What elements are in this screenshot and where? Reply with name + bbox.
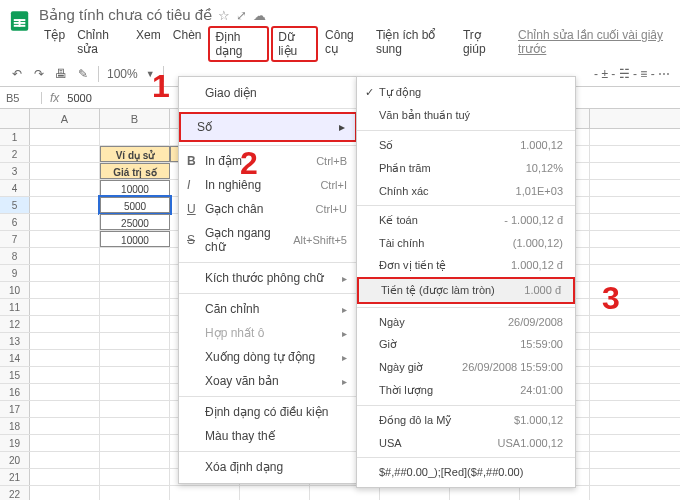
row-header[interactable]: 1 bbox=[0, 129, 30, 145]
cell[interactable]: Ví dụ sử dụng hàn bbox=[100, 146, 170, 162]
cell[interactable]: Giá trị số bbox=[100, 163, 170, 179]
menu-file[interactable]: Tệp bbox=[39, 26, 70, 62]
cell[interactable] bbox=[520, 486, 590, 500]
cell[interactable] bbox=[100, 316, 170, 332]
cell[interactable] bbox=[100, 384, 170, 400]
undo-icon[interactable]: ↶ bbox=[10, 67, 24, 81]
fmt-currency[interactable]: Đơn vị tiền tệ1.000,12 đ bbox=[357, 254, 575, 277]
col-header-b[interactable]: B bbox=[100, 109, 170, 128]
row-header[interactable]: 3 bbox=[0, 163, 30, 179]
cell[interactable] bbox=[30, 435, 100, 451]
cell[interactable] bbox=[100, 129, 170, 145]
fmt-plain[interactable]: Văn bản thuần tuý bbox=[357, 104, 575, 127]
cell[interactable] bbox=[30, 316, 100, 332]
menu-theme[interactable]: Giao diện bbox=[179, 81, 357, 105]
select-all-corner[interactable] bbox=[0, 109, 30, 128]
col-header-a[interactable]: A bbox=[30, 109, 100, 128]
menu-italic[interactable]: IIn nghiêngCtrl+I bbox=[179, 173, 357, 197]
cell[interactable] bbox=[450, 486, 520, 500]
cell[interactable] bbox=[100, 418, 170, 434]
menu-strike[interactable]: SGạch ngang chữAlt+Shift+5 bbox=[179, 221, 357, 259]
zoom-select[interactable]: 100% bbox=[107, 67, 138, 81]
name-box[interactable]: B5 bbox=[0, 92, 42, 104]
row-header[interactable]: 14 bbox=[0, 350, 30, 366]
menu-data[interactable]: Dữ liệu bbox=[271, 26, 318, 62]
menu-cond[interactable]: Định dạng có điều kiện bbox=[179, 400, 357, 424]
menu-view[interactable]: Xem bbox=[131, 26, 166, 62]
menu-clear[interactable]: Xóa định dạng bbox=[179, 455, 357, 479]
cell[interactable] bbox=[30, 333, 100, 349]
fmt-scientific[interactable]: Chính xác1,01E+03 bbox=[357, 180, 575, 202]
row-header[interactable]: 6 bbox=[0, 214, 30, 230]
row-header[interactable]: 17 bbox=[0, 401, 30, 417]
menu-underline[interactable]: UGạch chânCtrl+U bbox=[179, 197, 357, 221]
cell[interactable]: 10000 bbox=[100, 180, 170, 196]
fmt-custom[interactable]: $#,##0.00_);[Red]($#,##0.00) bbox=[357, 461, 575, 483]
row-header[interactable]: 8 bbox=[0, 248, 30, 264]
row-header[interactable]: 4 bbox=[0, 180, 30, 196]
fmt-time[interactable]: Giờ15:59:00 bbox=[357, 333, 575, 356]
row-header[interactable]: 7 bbox=[0, 231, 30, 247]
paint-icon[interactable]: ✎ bbox=[76, 67, 90, 81]
row-header[interactable]: 12 bbox=[0, 316, 30, 332]
cell[interactable] bbox=[30, 401, 100, 417]
menu-help[interactable]: Trợ giúp bbox=[458, 26, 505, 62]
cell[interactable] bbox=[30, 418, 100, 434]
menu-addons[interactable]: Tiện ích bổ sung bbox=[371, 26, 456, 62]
fmt-financial[interactable]: Tài chính(1.000,12) bbox=[357, 232, 575, 254]
toolbar-right-extra[interactable]: - ± - ☵ - ≡ - ⋯ bbox=[594, 67, 670, 81]
cell[interactable] bbox=[30, 469, 100, 485]
cell[interactable] bbox=[100, 350, 170, 366]
cell[interactable]: 5000 bbox=[100, 197, 170, 213]
row-header[interactable]: 10 bbox=[0, 282, 30, 298]
menu-align[interactable]: Căn chỉnh▸ bbox=[179, 297, 357, 321]
fmt-percent[interactable]: Phần trăm10,12% bbox=[357, 157, 575, 180]
cell[interactable] bbox=[380, 486, 450, 500]
menu-insert[interactable]: Chèn bbox=[168, 26, 207, 62]
cell[interactable] bbox=[30, 384, 100, 400]
print-icon[interactable]: 🖶 bbox=[54, 67, 68, 81]
menu-tools[interactable]: Công cụ bbox=[320, 26, 369, 62]
cloud-icon[interactable]: ☁ bbox=[253, 8, 266, 23]
menu-altcolor[interactable]: Màu thay thế bbox=[179, 424, 357, 448]
doc-title[interactable]: Bảng tính chưa có tiêu đề bbox=[39, 6, 212, 24]
row-header[interactable]: 15 bbox=[0, 367, 30, 383]
cell[interactable] bbox=[100, 248, 170, 264]
fmt-currency-rounded[interactable]: Tiền tệ (được làm tròn)1.000 đ bbox=[357, 277, 575, 304]
row-header[interactable]: 2 bbox=[0, 146, 30, 162]
cell[interactable] bbox=[30, 146, 100, 162]
menu-format[interactable]: Định dạng bbox=[208, 26, 269, 62]
cell[interactable] bbox=[30, 163, 100, 179]
row-header[interactable]: 13 bbox=[0, 333, 30, 349]
menu-fontsize[interactable]: Kích thước phông chữ▸ bbox=[179, 266, 357, 290]
cell[interactable] bbox=[30, 299, 100, 315]
row-header[interactable]: 21 bbox=[0, 469, 30, 485]
fmt-duration[interactable]: Thời lượng24:01:00 bbox=[357, 379, 575, 402]
cell[interactable] bbox=[100, 299, 170, 315]
cell[interactable] bbox=[30, 486, 100, 500]
fmt-auto[interactable]: Tự động bbox=[357, 81, 575, 104]
cell[interactable] bbox=[100, 452, 170, 468]
cell[interactable]: 25000 bbox=[100, 214, 170, 230]
row-header[interactable]: 20 bbox=[0, 452, 30, 468]
move-icon[interactable]: ⤢ bbox=[236, 8, 247, 23]
cell[interactable]: 10000 bbox=[100, 231, 170, 247]
cell[interactable] bbox=[310, 486, 380, 500]
cell[interactable] bbox=[30, 367, 100, 383]
cell[interactable] bbox=[30, 282, 100, 298]
menu-wrap[interactable]: Xuống dòng tự động▸ bbox=[179, 345, 357, 369]
cell[interactable] bbox=[100, 282, 170, 298]
menu-bold[interactable]: BIn đậmCtrl+B bbox=[179, 149, 357, 173]
last-edit-link[interactable]: Chỉnh sửa lần cuối vài giây trước bbox=[513, 26, 672, 62]
cell[interactable] bbox=[100, 486, 170, 500]
menu-edit[interactable]: Chỉnh sửa bbox=[72, 26, 129, 62]
row-header[interactable]: 19 bbox=[0, 435, 30, 451]
menu-rotate[interactable]: Xoay văn bản▸ bbox=[179, 369, 357, 393]
cell[interactable] bbox=[100, 469, 170, 485]
fmt-date[interactable]: Ngày26/09/2008 bbox=[357, 311, 575, 333]
cell[interactable] bbox=[100, 333, 170, 349]
cell[interactable] bbox=[30, 129, 100, 145]
cell[interactable] bbox=[30, 248, 100, 264]
row-header[interactable]: 16 bbox=[0, 384, 30, 400]
row-header[interactable]: 18 bbox=[0, 418, 30, 434]
